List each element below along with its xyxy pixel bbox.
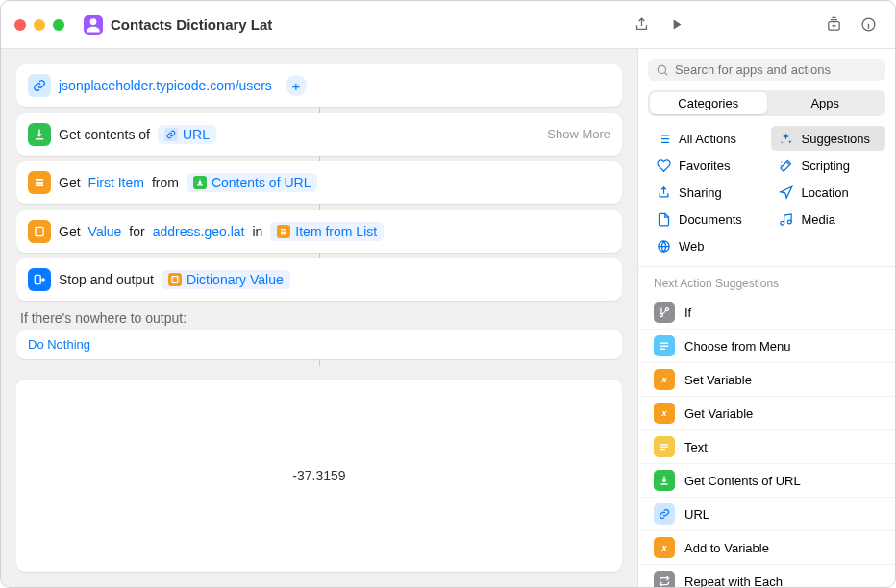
category-documents[interactable]: Documents bbox=[648, 207, 763, 232]
item-selector[interactable]: First Item bbox=[88, 175, 144, 190]
category-location[interactable]: Location bbox=[771, 180, 886, 205]
list-icon bbox=[656, 131, 671, 146]
category-sharing[interactable]: Sharing bbox=[648, 180, 763, 205]
connector bbox=[319, 107, 320, 113]
category-all-actions[interactable]: All Actions bbox=[648, 126, 763, 151]
svg-rect-5 bbox=[36, 185, 43, 187]
suggestion-choose-from-menu[interactable]: Choose from Menu bbox=[638, 330, 895, 363]
svg-point-13 bbox=[781, 221, 784, 225]
svg-rect-6 bbox=[36, 227, 43, 235]
suggestion-set-variable[interactable]: xSet Variable bbox=[638, 363, 895, 397]
do-nothing-option[interactable]: Do Nothing bbox=[16, 330, 622, 359]
svg-text:x: x bbox=[660, 408, 667, 418]
action-url[interactable]: jsonplaceholder.typicode.com/users + bbox=[16, 64, 622, 107]
svg-rect-9 bbox=[281, 233, 286, 234]
svg-rect-8 bbox=[281, 231, 286, 232]
dictionary-icon bbox=[168, 273, 182, 286]
globe-icon bbox=[656, 238, 671, 254]
action-get-contents[interactable]: Get contents of URL Show More bbox=[16, 113, 622, 156]
seg-apps[interactable]: Apps bbox=[767, 92, 884, 114]
add-url-button[interactable]: + bbox=[286, 75, 307, 96]
share-button[interactable] bbox=[628, 12, 655, 37]
category-media[interactable]: Media bbox=[771, 207, 886, 232]
token-url[interactable]: URL bbox=[158, 125, 216, 144]
search-icon bbox=[656, 63, 669, 77]
search-field[interactable] bbox=[648, 59, 885, 81]
suggestion-get-variable[interactable]: xGet Variable bbox=[638, 397, 895, 430]
svg-point-12 bbox=[658, 65, 665, 73]
info-button[interactable] bbox=[855, 12, 882, 37]
suggestion-text[interactable]: Text bbox=[638, 430, 895, 464]
window-title: Contacts Dictionary Lat bbox=[111, 16, 272, 33]
svg-rect-11 bbox=[172, 277, 178, 283]
workflow-canvas: jsonplaceholder.typicode.com/users + Get… bbox=[1, 49, 637, 587]
svg-rect-16 bbox=[660, 343, 668, 345]
connector bbox=[319, 359, 320, 366]
token-contents-of-url[interactable]: Contents of URL bbox=[187, 173, 318, 192]
token-dictionary-value[interactable]: Dictionary Value bbox=[162, 270, 290, 289]
connector bbox=[319, 253, 320, 259]
svg-point-0 bbox=[90, 18, 97, 25]
nowhere-label: If there's nowhere to output: bbox=[16, 301, 622, 330]
actions-sidebar: Categories Apps All ActionsSuggestionsFa… bbox=[637, 49, 895, 587]
action-label: Get bbox=[59, 175, 81, 190]
show-more-button[interactable]: Show More bbox=[547, 127, 610, 141]
value-selector[interactable]: Value bbox=[88, 224, 122, 239]
action-stop-output[interactable]: Stop and output Dictionary Value bbox=[16, 258, 622, 301]
action-label: Get contents of bbox=[59, 127, 150, 142]
connector bbox=[319, 156, 320, 162]
close-window[interactable] bbox=[14, 19, 26, 31]
svg-rect-18 bbox=[660, 349, 665, 351]
sparkle-icon bbox=[779, 131, 794, 146]
download-icon bbox=[193, 176, 207, 189]
svg-rect-7 bbox=[281, 229, 286, 230]
search-input[interactable] bbox=[675, 62, 878, 77]
titlebar: Contacts Dictionary Lat bbox=[1, 1, 895, 49]
action-get-dictionary-value[interactable]: Get Value for address.geo.lat in Item fr… bbox=[16, 210, 622, 253]
exit-icon bbox=[28, 268, 51, 291]
minimize-window[interactable] bbox=[34, 19, 45, 31]
seg-categories[interactable]: Categories bbox=[650, 92, 767, 114]
output-panel: -37.3159 bbox=[16, 380, 622, 572]
x-icon: x bbox=[654, 537, 675, 558]
wand-icon bbox=[779, 158, 794, 173]
zoom-window[interactable] bbox=[53, 19, 64, 31]
svg-rect-4 bbox=[36, 182, 43, 184]
token-item-from-list[interactable]: Item from List bbox=[270, 222, 384, 241]
menu-icon bbox=[654, 335, 675, 356]
app-icon bbox=[84, 15, 103, 35]
svg-text:x: x bbox=[660, 543, 667, 552]
category-suggestions[interactable]: Suggestions bbox=[771, 126, 886, 151]
action-label: Get bbox=[59, 224, 81, 239]
category-favorites[interactable]: Favorites bbox=[648, 153, 763, 178]
repeat-icon bbox=[654, 571, 675, 587]
connector bbox=[319, 204, 320, 210]
window-controls bbox=[14, 19, 64, 31]
suggestion-repeat-with-each[interactable]: Repeat with Each bbox=[638, 565, 895, 587]
svg-point-14 bbox=[787, 220, 791, 224]
category-web[interactable]: Web bbox=[648, 233, 763, 258]
action-get-item[interactable]: Get First Item from Contents of URL bbox=[16, 161, 622, 204]
suggestions-header: Next Action Suggestions bbox=[638, 267, 895, 296]
suggestion-add-to-variable[interactable]: xAdd to Variable bbox=[638, 531, 895, 565]
location-icon bbox=[779, 184, 794, 200]
music-icon bbox=[779, 211, 794, 227]
share-icon bbox=[656, 184, 671, 200]
svg-rect-17 bbox=[660, 346, 668, 348]
text-icon bbox=[654, 436, 675, 457]
run-button[interactable] bbox=[662, 12, 689, 37]
branch-icon bbox=[654, 302, 675, 323]
suggestion-url[interactable]: URL bbox=[638, 498, 895, 531]
url-value[interactable]: jsonplaceholder.typicode.com/users bbox=[59, 78, 272, 93]
suggestion-get-contents-of-url[interactable]: Get Contents of URL bbox=[638, 464, 895, 498]
link-icon bbox=[164, 128, 178, 141]
dictionary-key[interactable]: address.geo.lat bbox=[153, 224, 245, 239]
x-icon: x bbox=[654, 369, 675, 390]
category-scripting[interactable]: Scripting bbox=[771, 153, 886, 178]
library-toggle-button[interactable] bbox=[820, 12, 847, 37]
segmented-control: Categories Apps bbox=[648, 90, 885, 116]
heart-icon bbox=[656, 158, 671, 173]
svg-text:x: x bbox=[660, 375, 667, 384]
suggestion-if[interactable]: If bbox=[638, 296, 895, 330]
output-value: -37.3159 bbox=[292, 468, 345, 483]
